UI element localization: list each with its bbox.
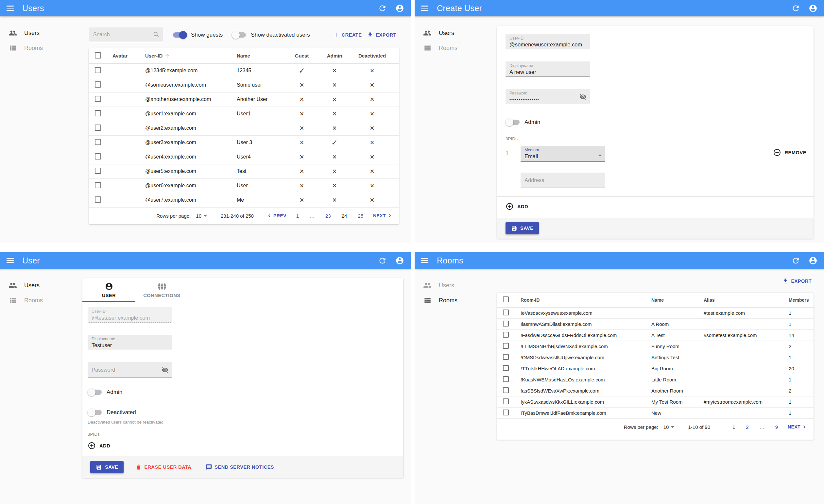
deactivated-switch[interactable] [88,408,103,417]
table-row[interactable]: @12345:example.com12345✓×× [89,64,399,78]
table-row[interactable]: !TyBasDmweIJdfFaeBmk:example.comNew1 [497,407,814,418]
send-server-notices-button[interactable]: SEND SERVER NOTICES [203,462,277,472]
page-button-current[interactable]: 1 [732,424,735,430]
erase-user-data-button[interactable]: ERASE USER DATA [133,462,194,472]
medium-select[interactable]: Medium Email [521,146,605,162]
row-checkbox[interactable] [95,96,101,102]
table-row[interactable]: !LLIMSSNHrhRjsdWNXsd:example.comFunny Ro… [497,341,814,352]
sidebar-item-users[interactable]: Users [0,25,82,40]
user-id-input[interactable] [509,40,586,48]
export-button[interactable]: EXPORT [780,276,814,286]
table-row[interactable]: @user6:example.comUser××× [89,178,399,193]
refresh-button[interactable] [791,4,800,13]
row-checkbox[interactable] [95,125,101,131]
add-threepid-button[interactable]: ADD [506,202,528,211]
menu-icon[interactable] [7,6,14,11]
visibility-off-icon[interactable] [162,366,169,374]
address-input[interactable] [524,177,601,183]
remove-threepid-button[interactable]: REMOVE [773,148,806,156]
sidebar-item-rooms[interactable]: Rooms [0,40,82,55]
row-checkbox[interactable] [95,182,101,188]
menu-icon[interactable] [421,258,428,263]
refresh-button[interactable] [791,256,800,265]
displayname-input[interactable] [92,341,168,348]
profile-button[interactable] [395,256,404,265]
row-checkbox[interactable] [503,321,509,327]
row-checkbox[interactable] [503,343,509,349]
password-input[interactable]: •••••••••••••••• [509,96,586,102]
save-button[interactable]: SAVE [506,222,539,234]
table-row[interactable]: !KuasNWEMasdHasLOs:example.comLittle Roo… [497,374,814,385]
page-button[interactable]: 25 [358,213,363,219]
search-input[interactable] [89,27,163,42]
row-checkbox[interactable] [503,332,509,338]
row-checkbox[interactable] [503,409,509,415]
tab-user[interactable]: USER [82,278,135,302]
table-row[interactable]: !FasdweDssccaGLdsFRddsOl:example.comA Te… [497,330,814,341]
rows-per-page-select[interactable]: 10 [196,213,207,219]
show-guests-switch[interactable] [172,31,187,39]
admin-switch[interactable] [88,388,103,396]
row-checkbox[interactable] [95,168,101,174]
sidebar-item-rooms[interactable]: Rooms [0,293,82,308]
page-button[interactable]: 23 [325,213,331,219]
page-button[interactable]: 1 [296,213,299,219]
refresh-button[interactable] [378,256,387,265]
prev-button[interactable]: PREV [266,213,287,219]
next-button[interactable]: NEXT [373,213,393,219]
profile-button[interactable] [395,4,404,13]
row-checkbox[interactable] [503,354,509,360]
row-checkbox[interactable] [95,139,101,145]
displayname-input[interactable] [509,68,586,75]
show-deactivated-switch[interactable] [232,31,247,39]
table-row[interactable]: @user5:example.comTest××× [89,164,399,178]
add-threepid-button[interactable]: ADD [88,442,110,450]
table-row[interactable]: !eVasdacvxysewus:example.com#test:exampl… [497,307,814,319]
export-button[interactable]: EXPORT [364,30,399,40]
table-row[interactable]: @user4:example.comUser4××× [89,150,399,164]
profile-button[interactable] [809,256,817,265]
menu-icon[interactable] [421,6,428,11]
sidebar-item-rooms[interactable]: Rooms [415,40,497,55]
sidebar-item-users[interactable]: Users [0,278,82,293]
page-button-current[interactable]: 24 [342,213,347,219]
sidebar-item-users[interactable]: Users [415,25,497,40]
create-button[interactable]: CREATE [330,30,365,40]
row-checkbox[interactable] [95,110,101,116]
table-row[interactable]: !lasmnwASmDllasi:example.comA Room1 [497,319,814,330]
rows-per-page-select[interactable]: 10 [663,424,675,430]
sidebar-item-users[interactable]: Users [415,278,497,293]
visibility-off-icon[interactable] [580,93,587,100]
select-all-checkbox[interactable] [503,296,509,302]
row-checkbox[interactable] [503,398,509,404]
table-row[interactable]: @user3:example.comUser 3×✓× [89,135,399,150]
row-checkbox[interactable] [95,197,101,203]
next-button[interactable]: NEXT [788,423,808,430]
admin-switch[interactable] [506,118,521,126]
refresh-button[interactable] [378,4,387,13]
menu-icon[interactable] [7,258,14,263]
row-checkbox[interactable] [95,82,101,88]
table-row[interactable]: @anotheruser:example.comAnother User××× [89,92,399,107]
row-checkbox[interactable] [95,153,101,159]
password-input[interactable] [92,367,168,373]
row-checkbox[interactable] [503,365,509,371]
row-checkbox[interactable] [95,67,101,73]
table-row[interactable]: @user2:example.com××× [89,121,399,135]
row-checkbox[interactable] [503,309,509,316]
table-row[interactable]: !asSBSlsdWEvaXwPk:example.comAnother Roo… [497,385,814,396]
page-button[interactable]: 2 [746,424,748,430]
table-row[interactable]: @someuser:example.comSome user××× [89,78,399,92]
table-row[interactable]: @user7:example.comMe××× [89,193,399,207]
tab-connections[interactable]: CONNECTIONS [135,278,188,302]
table-row[interactable]: !TTnlslkHHweOLAD:example.comBig Room20 [497,363,814,374]
row-checkbox[interactable] [503,376,509,382]
table-row[interactable]: !OMSDsdweassIlUUjjwe:example.comSettings… [497,352,814,363]
col-header-user-id[interactable]: User-ID [140,48,231,64]
table-row[interactable]: @user1:example.comUser1××× [89,107,399,121]
save-button[interactable]: SAVE [90,461,124,473]
table-row[interactable]: !ykAStwxasdwsKkxGILL:example.comMy Test … [497,396,814,407]
sidebar-item-rooms[interactable]: Rooms [415,293,497,308]
select-all-checkbox[interactable] [95,52,101,58]
row-checkbox[interactable] [503,387,509,393]
